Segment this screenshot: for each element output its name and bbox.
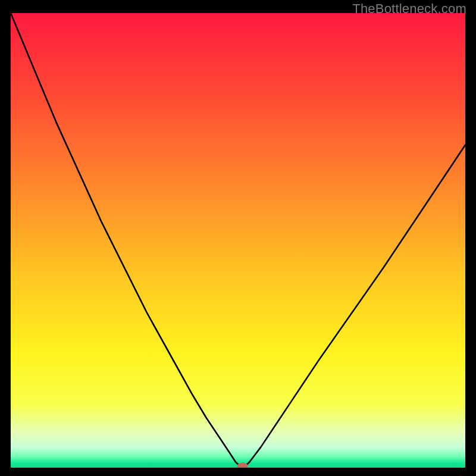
gradient-background xyxy=(11,13,465,468)
bottleneck-curve-chart xyxy=(11,13,465,468)
chart-frame xyxy=(11,13,465,468)
